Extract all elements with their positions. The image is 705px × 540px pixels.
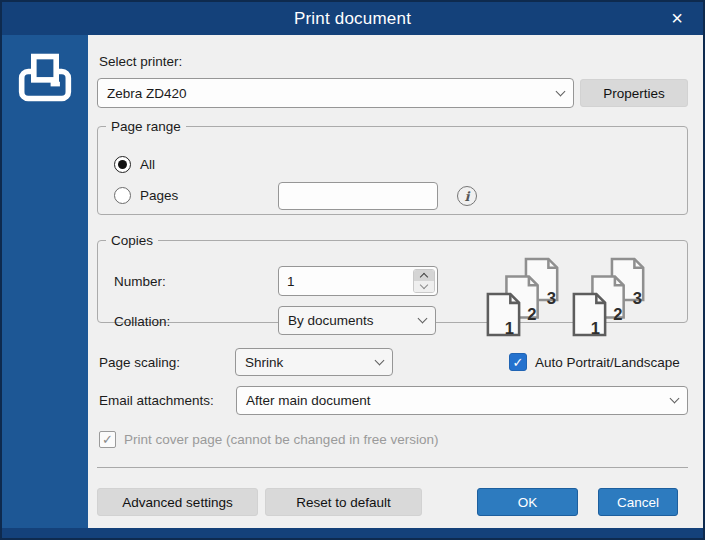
cancel-button[interactable]: Cancel	[598, 488, 678, 516]
page-scaling-select-value: Shrink	[245, 355, 283, 370]
spinner-down-icon[interactable]	[414, 281, 434, 292]
page-range-group: Page range All Pages i	[97, 119, 688, 215]
bottom-strip	[2, 528, 703, 538]
auto-orientation-checkbox[interactable]: ✓	[509, 353, 527, 371]
printer-select-value: Zebra ZD420	[107, 86, 187, 101]
chevron-down-icon	[375, 355, 385, 365]
printer-icon	[17, 51, 73, 109]
pages-input[interactable]	[278, 182, 438, 210]
chevron-down-icon	[556, 86, 566, 96]
cancel-button-label: Cancel	[617, 495, 659, 510]
sidebar	[2, 35, 88, 528]
radio-pages-label: Pages	[140, 188, 178, 203]
svg-text:2: 2	[613, 305, 622, 324]
collation-select[interactable]: By documents	[278, 306, 436, 335]
collated-pages-icon: 321	[486, 256, 562, 342]
footer-separator	[97, 467, 688, 468]
properties-button[interactable]: Properties	[580, 79, 688, 107]
number-spinner	[413, 269, 435, 293]
collated-pages-icon: 321	[572, 256, 648, 342]
spinner-up-icon[interactable]	[414, 270, 434, 281]
svg-text:2: 2	[527, 305, 536, 324]
svg-text:1: 1	[505, 319, 514, 338]
cover-page-checkbox: ✓	[99, 431, 116, 448]
printer-select[interactable]: Zebra ZD420	[97, 78, 574, 108]
svg-text:3: 3	[633, 289, 642, 308]
ok-button-label: OK	[518, 495, 538, 510]
check-icon: ✓	[513, 355, 524, 370]
radio-all[interactable]: All	[114, 156, 155, 173]
dialog-content: Select printer: Zebra ZD420 Properties P…	[88, 35, 703, 528]
print-dialog-window: Print document × Select printer: Zebra Z…	[0, 0, 705, 540]
cover-page-checkbox-row: ✓ Print cover page (cannot be changed in…	[99, 431, 438, 448]
reset-to-default-button[interactable]: Reset to default	[265, 488, 422, 516]
collation-select-value: By documents	[288, 313, 374, 328]
email-attachments-select-value: After main document	[246, 393, 371, 408]
close-icon[interactable]: ×	[663, 2, 691, 35]
info-icon[interactable]: i	[457, 186, 477, 206]
select-printer-label: Select printer:	[99, 54, 182, 69]
auto-orientation-checkbox-row[interactable]: ✓ Auto Portrait/Landscape	[509, 353, 680, 371]
chevron-down-icon	[418, 314, 428, 324]
email-attachments-label: Email attachments:	[99, 393, 214, 408]
radio-pages-control[interactable]	[114, 187, 131, 204]
svg-text:3: 3	[547, 289, 556, 308]
cover-page-label: Print cover page (cannot be changed in f…	[124, 432, 438, 447]
radio-pages[interactable]: Pages	[114, 187, 178, 204]
page-range-legend: Page range	[106, 119, 186, 134]
radio-all-control[interactable]	[114, 156, 131, 173]
copies-group: Copies Number: Collation: By documents	[97, 233, 688, 323]
properties-button-label: Properties	[603, 86, 665, 101]
auto-orientation-label: Auto Portrait/Landscape	[535, 355, 680, 370]
chevron-down-icon	[670, 394, 680, 404]
collation-label: Collation:	[114, 314, 170, 329]
ok-button[interactable]: OK	[477, 488, 578, 516]
title-bar: Print document ×	[2, 2, 703, 35]
dialog-title: Print document	[294, 9, 411, 29]
advanced-settings-button[interactable]: Advanced settings	[97, 488, 258, 516]
copies-legend: Copies	[106, 233, 158, 248]
check-icon: ✓	[102, 432, 113, 447]
page-scaling-label: Page scaling:	[99, 355, 180, 370]
advanced-settings-button-label: Advanced settings	[122, 495, 232, 510]
email-attachments-select[interactable]: After main document	[236, 386, 688, 415]
svg-text:1: 1	[591, 319, 600, 338]
radio-all-label: All	[140, 157, 155, 172]
reset-to-default-button-label: Reset to default	[296, 495, 391, 510]
number-label: Number:	[114, 274, 166, 289]
page-scaling-select[interactable]: Shrink	[235, 348, 393, 376]
